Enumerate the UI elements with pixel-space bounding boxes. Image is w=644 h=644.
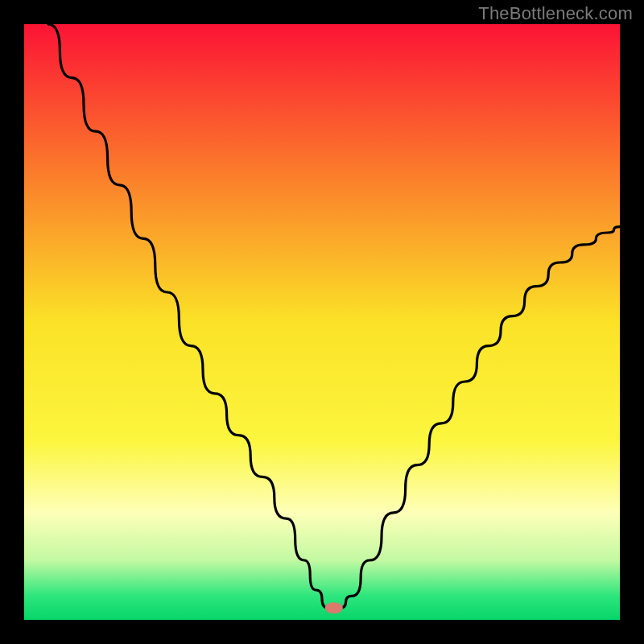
gradient-background [24,24,620,620]
minimum-marker [325,602,343,613]
chart-svg [24,24,620,620]
plot-area [24,24,620,620]
watermark-text: TheBottleneck.com [478,3,633,24]
chart-frame: TheBottleneck.com [0,0,644,644]
